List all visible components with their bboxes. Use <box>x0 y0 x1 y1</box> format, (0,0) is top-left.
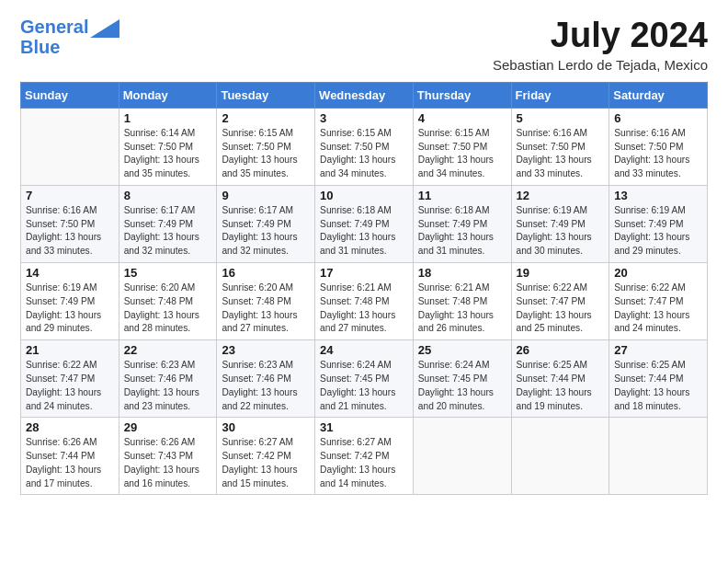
week-row-0: 1Sunrise: 6:14 AMSunset: 7:50 PMDaylight… <box>21 108 708 185</box>
day-number: 1 <box>124 111 212 125</box>
col-header-friday: Friday <box>511 82 609 108</box>
day-number: 24 <box>320 343 408 357</box>
day-info: Sunrise: 6:19 AMSunset: 7:49 PMDaylight:… <box>517 204 605 259</box>
logo-general: General <box>20 17 88 37</box>
day-info: Sunrise: 6:21 AMSunset: 7:48 PMDaylight:… <box>418 282 506 336</box>
day-info: Sunrise: 6:16 AMSunset: 7:50 PMDaylight:… <box>26 204 114 259</box>
calendar-cell: 23Sunrise: 6:23 AMSunset: 7:46 PMDayligh… <box>217 340 315 418</box>
calendar-cell: 31Sunrise: 6:27 AMSunset: 7:42 PMDayligh… <box>315 418 414 495</box>
day-number: 18 <box>418 266 506 280</box>
calendar-cell: 3Sunrise: 6:15 AMSunset: 7:50 PMDaylight… <box>315 108 414 185</box>
day-number: 31 <box>320 420 408 434</box>
calendar-cell <box>413 418 511 495</box>
day-info: Sunrise: 6:27 AMSunset: 7:42 PMDaylight:… <box>320 436 408 490</box>
calendar-header-row: SundayMondayTuesdayWednesdayThursdayFrid… <box>21 82 708 108</box>
calendar: SundayMondayTuesdayWednesdayThursdayFrid… <box>20 82 708 496</box>
day-info: Sunrise: 6:21 AMSunset: 7:48 PMDaylight:… <box>320 282 408 336</box>
day-info: Sunrise: 6:27 AMSunset: 7:42 PMDaylight:… <box>222 436 310 490</box>
day-info: Sunrise: 6:22 AMSunset: 7:47 PMDaylight:… <box>26 359 114 413</box>
calendar-cell: 8Sunrise: 6:17 AMSunset: 7:49 PMDaylight… <box>119 185 217 262</box>
calendar-cell: 19Sunrise: 6:22 AMSunset: 7:47 PMDayligh… <box>511 263 609 340</box>
day-info: Sunrise: 6:15 AMSunset: 7:50 PMDaylight:… <box>222 127 310 181</box>
col-header-saturday: Saturday <box>609 82 708 108</box>
day-number: 8 <box>124 189 212 202</box>
calendar-cell: 6Sunrise: 6:16 AMSunset: 7:50 PMDaylight… <box>609 108 708 185</box>
day-info: Sunrise: 6:16 AMSunset: 7:50 PMDaylight:… <box>614 127 702 181</box>
calendar-cell: 17Sunrise: 6:21 AMSunset: 7:48 PMDayligh… <box>315 263 414 340</box>
day-number: 13 <box>614 189 702 202</box>
day-number: 11 <box>418 189 506 202</box>
calendar-cell <box>609 418 708 495</box>
logo: General Blue <box>20 17 119 57</box>
day-info: Sunrise: 6:20 AMSunset: 7:48 PMDaylight:… <box>222 282 310 336</box>
page: General Blue July 2024 Sebastian Lerdo d… <box>0 0 728 563</box>
day-number: 12 <box>517 189 605 202</box>
day-number: 19 <box>517 266 605 280</box>
day-number: 23 <box>222 343 310 357</box>
col-header-tuesday: Tuesday <box>217 82 315 108</box>
calendar-cell <box>511 418 609 495</box>
day-info: Sunrise: 6:26 AMSunset: 7:44 PMDaylight:… <box>26 436 114 490</box>
title-block: July 2024 Sebastian Lerdo de Tejada, Mex… <box>493 17 708 73</box>
logo-icon <box>90 14 119 43</box>
day-info: Sunrise: 6:17 AMSunset: 7:49 PMDaylight:… <box>222 204 310 259</box>
day-number: 29 <box>124 420 212 434</box>
calendar-cell: 22Sunrise: 6:23 AMSunset: 7:46 PMDayligh… <box>119 340 217 418</box>
calendar-cell: 26Sunrise: 6:25 AMSunset: 7:44 PMDayligh… <box>511 340 609 418</box>
day-number: 27 <box>614 343 702 357</box>
day-info: Sunrise: 6:15 AMSunset: 7:50 PMDaylight:… <box>418 127 506 181</box>
calendar-cell: 24Sunrise: 6:24 AMSunset: 7:45 PMDayligh… <box>315 340 414 418</box>
day-number: 20 <box>614 266 702 280</box>
day-number: 7 <box>26 189 114 202</box>
day-info: Sunrise: 6:23 AMSunset: 7:46 PMDaylight:… <box>222 359 310 413</box>
calendar-cell: 1Sunrise: 6:14 AMSunset: 7:50 PMDaylight… <box>119 108 217 185</box>
calendar-cell: 15Sunrise: 6:20 AMSunset: 7:48 PMDayligh… <box>119 263 217 340</box>
col-header-thursday: Thursday <box>413 82 511 108</box>
day-number: 16 <box>222 266 310 280</box>
calendar-cell: 20Sunrise: 6:22 AMSunset: 7:47 PMDayligh… <box>609 263 708 340</box>
calendar-cell: 11Sunrise: 6:18 AMSunset: 7:49 PMDayligh… <box>413 185 511 262</box>
day-info: Sunrise: 6:17 AMSunset: 7:49 PMDaylight:… <box>124 204 212 259</box>
week-row-1: 7Sunrise: 6:16 AMSunset: 7:50 PMDaylight… <box>21 185 708 262</box>
day-number: 25 <box>418 343 506 357</box>
day-number: 3 <box>320 111 408 125</box>
header: General Blue July 2024 Sebastian Lerdo d… <box>20 17 708 73</box>
calendar-cell: 29Sunrise: 6:26 AMSunset: 7:43 PMDayligh… <box>119 418 217 495</box>
day-number: 4 <box>418 111 506 125</box>
day-number: 14 <box>26 266 114 280</box>
day-info: Sunrise: 6:25 AMSunset: 7:44 PMDaylight:… <box>517 359 605 413</box>
calendar-cell: 18Sunrise: 6:21 AMSunset: 7:48 PMDayligh… <box>413 263 511 340</box>
calendar-cell <box>21 108 119 185</box>
week-row-4: 28Sunrise: 6:26 AMSunset: 7:44 PMDayligh… <box>21 418 708 495</box>
day-info: Sunrise: 6:14 AMSunset: 7:50 PMDaylight:… <box>124 127 212 181</box>
day-info: Sunrise: 6:18 AMSunset: 7:49 PMDaylight:… <box>418 204 506 259</box>
day-info: Sunrise: 6:24 AMSunset: 7:45 PMDaylight:… <box>418 359 506 413</box>
calendar-cell: 9Sunrise: 6:17 AMSunset: 7:49 PMDaylight… <box>217 185 315 262</box>
logo-text: General Blue <box>20 17 88 57</box>
calendar-cell: 21Sunrise: 6:22 AMSunset: 7:47 PMDayligh… <box>21 340 119 418</box>
week-row-3: 21Sunrise: 6:22 AMSunset: 7:47 PMDayligh… <box>21 340 708 418</box>
day-number: 26 <box>517 343 605 357</box>
month-title: July 2024 <box>493 17 708 55</box>
day-number: 30 <box>222 420 310 434</box>
calendar-cell: 7Sunrise: 6:16 AMSunset: 7:50 PMDaylight… <box>21 185 119 262</box>
day-info: Sunrise: 6:15 AMSunset: 7:50 PMDaylight:… <box>320 127 408 181</box>
calendar-cell: 2Sunrise: 6:15 AMSunset: 7:50 PMDaylight… <box>217 108 315 185</box>
col-header-monday: Monday <box>119 82 217 108</box>
day-info: Sunrise: 6:24 AMSunset: 7:45 PMDaylight:… <box>320 359 408 413</box>
day-info: Sunrise: 6:19 AMSunset: 7:49 PMDaylight:… <box>26 282 114 336</box>
day-info: Sunrise: 6:23 AMSunset: 7:46 PMDaylight:… <box>124 359 212 413</box>
day-number: 15 <box>124 266 212 280</box>
day-info: Sunrise: 6:16 AMSunset: 7:50 PMDaylight:… <box>517 127 605 181</box>
calendar-cell: 12Sunrise: 6:19 AMSunset: 7:49 PMDayligh… <box>511 185 609 262</box>
calendar-cell: 10Sunrise: 6:18 AMSunset: 7:49 PMDayligh… <box>315 185 414 262</box>
calendar-cell: 13Sunrise: 6:19 AMSunset: 7:49 PMDayligh… <box>609 185 708 262</box>
calendar-cell: 16Sunrise: 6:20 AMSunset: 7:48 PMDayligh… <box>217 263 315 340</box>
col-header-sunday: Sunday <box>21 82 119 108</box>
day-info: Sunrise: 6:25 AMSunset: 7:44 PMDaylight:… <box>614 359 702 413</box>
week-row-2: 14Sunrise: 6:19 AMSunset: 7:49 PMDayligh… <box>21 263 708 340</box>
day-number: 9 <box>222 189 310 202</box>
calendar-cell: 14Sunrise: 6:19 AMSunset: 7:49 PMDayligh… <box>21 263 119 340</box>
day-number: 28 <box>26 420 114 434</box>
calendar-cell: 5Sunrise: 6:16 AMSunset: 7:50 PMDaylight… <box>511 108 609 185</box>
